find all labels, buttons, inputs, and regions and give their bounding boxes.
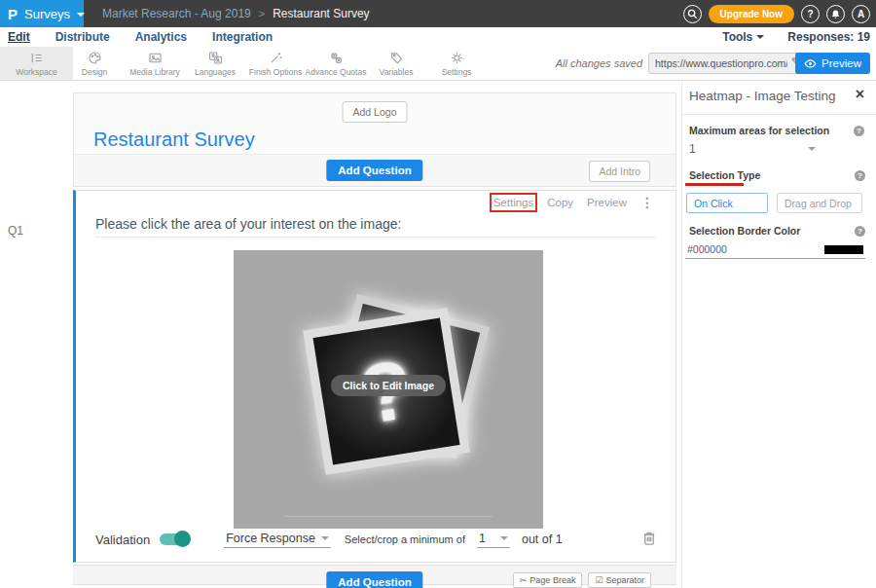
max-areas-label: Maximum areas for selection (689, 125, 829, 136)
tools-menu[interactable]: Tools (722, 30, 764, 44)
breadcrumb: Market Research - Aug 2019 > Restaurant … (102, 0, 370, 27)
delete-question-button[interactable] (642, 531, 656, 549)
question-more-menu[interactable]: ⋮ (640, 198, 654, 207)
search-icon (687, 9, 698, 19)
panel-title: Heatmap - Image Testing (689, 89, 836, 103)
translate-icon (207, 50, 224, 66)
survey-header-card: Add Logo Restaurant Survey Add Question … (73, 92, 676, 187)
breadcrumb-separator: > (259, 8, 265, 19)
notifications-button[interactable] (826, 5, 845, 23)
add-intro-button[interactable]: Add Intro (589, 161, 650, 182)
gear-icon (449, 50, 465, 66)
toolbar-item-settings[interactable]: Settings (426, 47, 487, 80)
help-icon[interactable]: ? (854, 126, 864, 136)
nav-tab-integration[interactable]: Integration (212, 30, 273, 44)
search-button[interactable] (683, 5, 702, 23)
add-question-button-bottom[interactable]: Add Question (326, 571, 422, 588)
question-settings-button[interactable]: Settings (493, 197, 534, 208)
quota-gears-icon (328, 50, 345, 66)
toolbar-item-design[interactable]: Design (64, 47, 125, 80)
editor-toolbar: Workspace Design Media Library Languages (0, 47, 876, 81)
survey-url-input[interactable] (648, 53, 806, 74)
surveys-menu[interactable]: P Surveys (0, 0, 84, 27)
product-name: Surveys (24, 7, 70, 21)
responses-count[interactable]: Responses: 19 (787, 30, 870, 44)
validation-toggle[interactable] (160, 533, 189, 545)
chevron-down-icon (756, 35, 764, 39)
bell-icon (830, 9, 841, 19)
breadcrumb-current: Restaurant Survey (273, 7, 369, 20)
minimum-text: Select/crop a minimum of (345, 533, 465, 545)
question-footer-strip: Add Question ✂ Page Break ☑ Separator (73, 565, 676, 585)
add-logo-button[interactable]: Add Logo (343, 101, 408, 123)
image-icon (147, 50, 164, 66)
question-text[interactable]: Please click the area of your interest o… (95, 216, 401, 232)
toolbar-item-variables[interactable]: Variables (366, 47, 426, 80)
border-color-value: #000000 (687, 243, 727, 255)
minimum-value-select[interactable]: 1 (477, 532, 510, 548)
selection-type-label: Selection Type (689, 169, 760, 181)
add-question-button-top[interactable]: Add Question (326, 160, 422, 181)
border-color-label: Selection Border Color (689, 225, 800, 237)
toolbar-item-workspace[interactable]: Workspace (0, 47, 73, 80)
click-to-edit-image-button[interactable]: Click to Edit Image (331, 375, 446, 396)
checkbox-icon: ☑ (595, 575, 602, 585)
help-icon[interactable]: ? (855, 226, 865, 237)
validation-type-select[interactable]: Force Response (224, 532, 331, 548)
validation-label: Validation (95, 533, 150, 547)
eye-icon (804, 59, 817, 68)
chevron-down-icon (77, 13, 85, 17)
help-icon[interactable]: ? (855, 170, 865, 181)
toolbar-item-media-library[interactable]: Media Library (125, 47, 185, 80)
magic-wand-icon (268, 50, 284, 66)
question-settings-panel: Heatmap - Image Testing × Maximum areas … (681, 81, 876, 588)
top-bar: P Surveys Market Research - Aug 2019 > R… (0, 0, 876, 27)
palette-icon (87, 50, 103, 66)
questionpro-logo-icon: P (8, 6, 18, 22)
question-divider (95, 237, 656, 238)
chevron-down-icon (500, 536, 508, 540)
max-areas-select[interactable]: 1 (689, 142, 816, 156)
out-of-text: out of 1 (522, 533, 563, 546)
toolbar-item-finish-options[interactable]: Finish Options (245, 47, 306, 80)
chevron-down-icon (808, 147, 816, 151)
help-button[interactable]: ? (801, 5, 820, 23)
validation-row: Validation Force Response Select/crop a … (95, 529, 656, 550)
chevron-down-icon (321, 536, 329, 540)
heatmap-image-placeholder[interactable]: ? Click to Edit Image (234, 250, 543, 529)
question-number: Q1 (8, 224, 23, 238)
separator-button[interactable]: ☑ Separator (588, 572, 651, 588)
placeholder-baseline (284, 516, 493, 517)
question-copy-button[interactable]: Copy (547, 197, 573, 208)
nav-tab-distribute[interactable]: Distribute (55, 30, 110, 44)
toolbar-item-languages[interactable]: Languages (185, 47, 245, 80)
color-swatch[interactable] (824, 245, 863, 254)
breadcrumb-parent[interactable]: Market Research - Aug 2019 (102, 7, 251, 20)
survey-title[interactable]: Restaurant Survey (93, 129, 255, 151)
avatar[interactable]: A (852, 5, 870, 23)
selection-type-on-click[interactable]: On Click (686, 193, 768, 213)
toolbar-item-advance-quotas[interactable]: Advance Quotas (306, 47, 366, 80)
border-color-field[interactable]: #000000 (685, 243, 865, 259)
trash-icon (642, 531, 656, 545)
nav-tab-edit[interactable]: Edit (8, 30, 30, 44)
question-card: Settings Copy Preview ⋮ Please click the… (73, 190, 676, 563)
scissors-icon: ✂ (520, 575, 528, 585)
nav-tab-analytics[interactable]: Analytics (135, 30, 187, 44)
survey-nav: Edit Distribute Analytics Integration To… (0, 27, 876, 47)
autosave-status: All changes saved (556, 57, 642, 69)
close-icon[interactable]: × (856, 87, 864, 102)
upgrade-now-button[interactable]: Upgrade Now (709, 5, 794, 23)
tag-icon (388, 50, 405, 66)
annotation-red-underline (685, 183, 744, 186)
workspace-icon (28, 50, 45, 66)
selection-type-drag-drop[interactable]: Drag and Drop (777, 193, 862, 213)
page-break-button[interactable]: ✂ Page Break (513, 572, 583, 588)
question-preview-button[interactable]: Preview (587, 197, 627, 208)
preview-button[interactable]: Preview (795, 53, 870, 74)
